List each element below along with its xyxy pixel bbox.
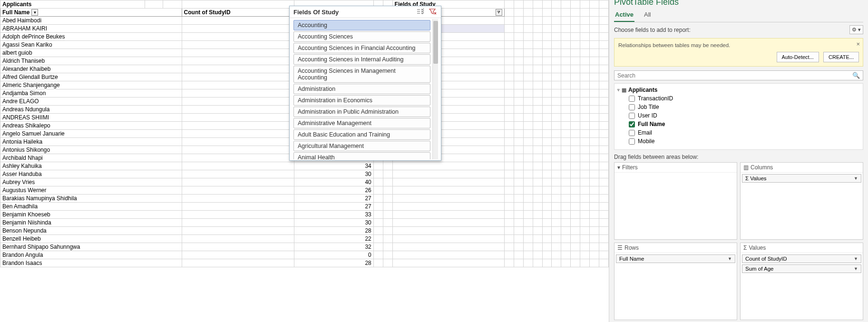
pivot-row-name[interactable]: albert guiob: [0, 49, 182, 57]
pivot-row-count[interactable]: [182, 98, 294, 106]
table-node-applicants[interactable]: ▿ ▦ Applicants: [615, 86, 862, 94]
pivot-row-name[interactable]: Alexander Khaibeb: [0, 65, 182, 73]
pivot-row-count[interactable]: [182, 154, 294, 162]
slicer-item[interactable]: Agricultural Management: [293, 141, 430, 151]
columns-item-values[interactable]: Σ Values▼: [742, 174, 861, 183]
pivot-row-count[interactable]: [182, 195, 294, 203]
field-checkbox[interactable]: [629, 113, 635, 119]
field-item[interactable]: Full Name: [615, 120, 862, 128]
search-icon[interactable]: 🔍: [852, 72, 860, 79]
pivot-row-count[interactable]: [182, 65, 294, 73]
slicer-item[interactable]: Administration: [293, 84, 430, 94]
pivot-row-name[interactable]: Andre ELAGO: [0, 98, 182, 106]
field-checkbox[interactable]: [629, 121, 635, 127]
pivot-row-name[interactable]: Brandon Isaacs: [0, 259, 182, 267]
pivot-row-name[interactable]: Barakias Namupinya Shidhila: [0, 195, 182, 203]
auto-detect-button[interactable]: Auto-Detect...: [777, 52, 819, 62]
filter-dropdown-icon[interactable]: ▼: [31, 9, 38, 16]
pivot-row-name[interactable]: Asser Handuba: [0, 170, 182, 178]
pivot-row-count[interactable]: [182, 138, 294, 146]
clear-filter-icon[interactable]: [429, 8, 437, 16]
close-icon[interactable]: ×: [856, 40, 860, 48]
pivot-row-name[interactable]: Brandon Angula: [0, 251, 182, 259]
pivot-row-count[interactable]: [182, 114, 294, 122]
pivot-row-count[interactable]: [182, 73, 294, 81]
field-checkbox[interactable]: [629, 96, 635, 102]
pivot-row-name[interactable]: Aldrich Thaniseb: [0, 57, 182, 65]
chevron-down-icon[interactable]: ▼: [854, 266, 858, 271]
pivot-row-count[interactable]: [182, 259, 294, 267]
field-item[interactable]: Mobile: [615, 137, 862, 146]
slicer-item[interactable]: Administration in Public Administration: [293, 107, 430, 117]
pivot-row-count[interactable]: [182, 211, 294, 219]
field-checkbox[interactable]: [629, 138, 635, 145]
pivot-row-name[interactable]: Ben Amadhila: [0, 203, 182, 211]
tools-dropdown[interactable]: ⚙ ▾: [849, 25, 863, 34]
pivot-row-name[interactable]: Andjamba Simon: [0, 89, 182, 98]
field-checkbox[interactable]: [629, 104, 635, 110]
slicer-item[interactable]: Adult Basic Education and Training: [293, 129, 430, 140]
pivot-row-count[interactable]: [182, 33, 294, 41]
pivot-row-name[interactable]: Benson Nepunda: [0, 227, 182, 235]
collapse-icon[interactable]: ▿: [617, 88, 620, 92]
pivot-row-name[interactable]: Adolph dePrince Beukes: [0, 33, 182, 41]
pivot-row-sum[interactable]: 28: [294, 227, 373, 235]
slicer-item[interactable]: Accounting Sciences: [293, 31, 430, 42]
pivot-row-count[interactable]: [182, 178, 294, 186]
field-item[interactable]: Email: [615, 128, 862, 137]
pivot-row-name[interactable]: Angelo Samuel Januarie: [0, 130, 182, 138]
values-item-count[interactable]: Count of StudyID▼: [742, 254, 861, 263]
pivot-row-name[interactable]: ABRAHAM KAIRI: [0, 25, 182, 33]
pivot-row-count[interactable]: [182, 81, 294, 89]
pivot-row-count[interactable]: [182, 170, 294, 178]
slicer-item[interactable]: Accounting Sciences in Internal Auditing: [293, 54, 430, 65]
pivot-row-name[interactable]: Alfred Glendall Burtze: [0, 73, 182, 81]
pivot-row-sum[interactable]: 32: [294, 243, 373, 251]
filters-area[interactable]: ▾Filters: [614, 162, 737, 240]
create-button[interactable]: CREATE...: [823, 52, 859, 62]
values-item-sum[interactable]: Sum of Age▼: [742, 264, 861, 273]
slicer-item[interactable]: Accounting: [293, 20, 430, 30]
pivot-row-count[interactable]: [182, 130, 294, 138]
pivot-row-name[interactable]: Archibald Nhapi: [0, 154, 182, 162]
pivot-row-name[interactable]: Almeric Shanjengange: [0, 81, 182, 89]
pivot-row-count[interactable]: [182, 89, 294, 98]
pivot-row-name[interactable]: Bernhard Shipapo Sahunngwa: [0, 243, 182, 251]
pivot-row-count[interactable]: [182, 186, 294, 195]
slicer-item[interactable]: Administration in Economics: [293, 95, 430, 106]
slicer-scrollbar[interactable]: [432, 19, 438, 159]
col-header-count[interactable]: Count of StudyID: [182, 9, 294, 17]
pivot-row-count[interactable]: [182, 235, 294, 243]
pivot-row-name[interactable]: Andreas Ndungula: [0, 106, 182, 114]
pivot-row-sum[interactable]: 33: [294, 211, 373, 219]
pivot-row-count[interactable]: [182, 25, 294, 33]
pivot-row-count[interactable]: [182, 219, 294, 227]
field-list[interactable]: ▿ ▦ Applicants TransactionIDJob TitleUse…: [614, 83, 863, 150]
pivot-row-count[interactable]: [182, 251, 294, 259]
search-input[interactable]: [617, 72, 852, 79]
pivot-row-count[interactable]: [182, 203, 294, 211]
pivot-row-sum[interactable]: 22: [294, 235, 373, 243]
search-input-wrapper[interactable]: 🔍: [614, 70, 863, 80]
rows-area[interactable]: ☰Rows Full Name▼: [614, 243, 737, 320]
tab-all[interactable]: All: [643, 9, 652, 22]
pivot-row-name[interactable]: Aubrey Vries: [0, 178, 182, 186]
pivot-row-count[interactable]: [182, 162, 294, 170]
pivot-row-count[interactable]: [182, 227, 294, 235]
worksheet-grid[interactable]: Applicants Fields of Study Full Name ▼ C…: [0, 0, 609, 322]
values-area[interactable]: ΣValues Count of StudyID▼ Sum of Age▼: [740, 243, 863, 320]
pivot-row-count[interactable]: [182, 106, 294, 114]
pivot-row-name[interactable]: Antonia Haileka: [0, 138, 182, 146]
field-item[interactable]: User ID: [615, 111, 862, 120]
pivot-row-sum[interactable]: 34: [294, 162, 373, 170]
pivot-row-sum[interactable]: 40: [294, 178, 373, 186]
pivot-row-sum[interactable]: 28: [294, 259, 373, 267]
field-checkbox[interactable]: [629, 130, 635, 136]
slicer-item[interactable]: Accounting Sciences in Management Accoun…: [293, 66, 430, 83]
chevron-down-icon[interactable]: ▼: [728, 256, 732, 261]
columns-area[interactable]: ▥Columns Σ Values▼: [740, 162, 863, 240]
field-item[interactable]: TransactionID: [615, 94, 862, 103]
slicer-item[interactable]: Animal Health: [293, 152, 430, 159]
tab-active[interactable]: Active: [614, 9, 634, 22]
pivot-row-name[interactable]: Antonius Shikongo: [0, 146, 182, 154]
